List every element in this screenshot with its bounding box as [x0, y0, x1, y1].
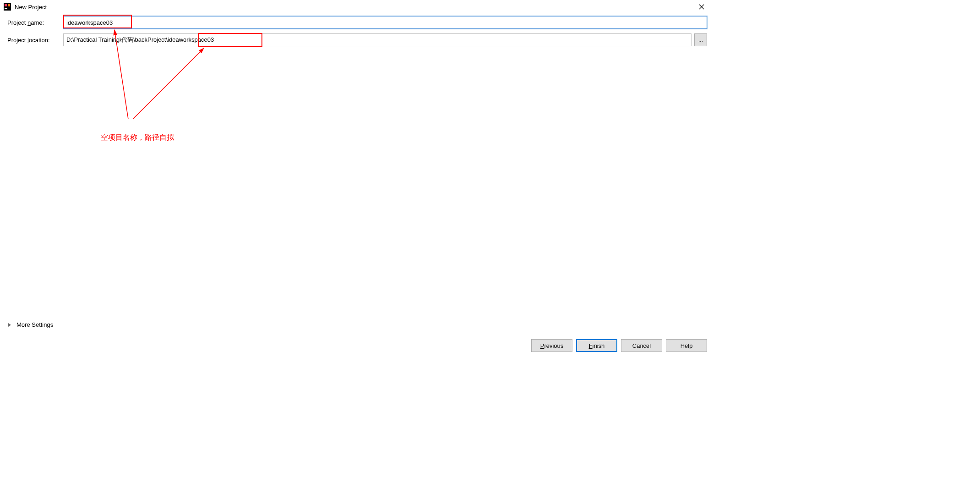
more-settings-toggle[interactable]: More Settings	[7, 321, 707, 328]
previous-button[interactable]: Previous	[531, 339, 572, 352]
project-name-label: Project name:	[7, 19, 63, 26]
button-row: Previous Finish Cancel Help	[7, 339, 707, 352]
project-location-row: Project location: ...	[7, 33, 707, 46]
annotation-arrow-left	[0, 14, 275, 133]
project-name-input[interactable]	[63, 16, 707, 29]
project-name-row: Project name:	[7, 16, 707, 29]
finish-button[interactable]: Finish	[576, 339, 617, 352]
project-location-input[interactable]	[63, 33, 691, 46]
content-area: Project name: Project location: ... 空项目名…	[0, 14, 714, 46]
svg-rect-1	[5, 4, 7, 6]
help-button[interactable]: Help	[666, 339, 707, 352]
more-settings-label: More Settings	[16, 321, 53, 328]
intellij-icon	[4, 3, 11, 11]
close-icon[interactable]	[692, 0, 711, 14]
window-title: New Project	[15, 4, 692, 11]
svg-rect-3	[5, 8, 7, 9]
titlebar: New Project	[0, 0, 714, 14]
bottom-area: More Settings Previous Finish Cancel Hel…	[0, 321, 714, 357]
triangle-right-icon	[7, 322, 13, 328]
browse-button[interactable]: ...	[694, 33, 707, 46]
svg-line-7	[133, 48, 204, 119]
annotation-text: 空项目名称，路径自拟	[101, 133, 174, 143]
svg-rect-2	[8, 4, 10, 6]
project-location-label: Project location:	[7, 37, 63, 44]
cancel-button[interactable]: Cancel	[621, 339, 662, 352]
